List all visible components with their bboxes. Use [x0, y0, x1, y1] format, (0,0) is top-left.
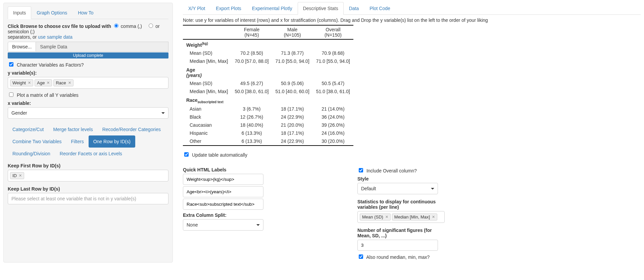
section-header: Racesubscripted text [183, 95, 353, 105]
stat-label: Black [183, 113, 231, 121]
subtab-combine[interactable]: Combine Two Variables [8, 135, 66, 148]
radio-comma-label: comma (,) [121, 24, 142, 29]
chk-update-auto[interactable] [184, 152, 189, 157]
style-select[interactable]: Default [357, 183, 438, 194]
keeplast-label: Keep Last Row by ID(s) [8, 186, 168, 192]
chk-char-factors-label: Character Variables as Factors? [17, 62, 84, 68]
quick-label-0[interactable] [183, 174, 263, 185]
chk-round-median-label: Also round median, min, max? [366, 254, 430, 260]
xvar-label: x variable: [8, 101, 168, 106]
stat-label: Hispanic [183, 129, 231, 137]
sidebar-tabs: Inputs Graph Options How To [8, 6, 168, 19]
keeplast-input[interactable]: Please select at least one variable that… [8, 193, 168, 204]
tab-howto[interactable]: How To [72, 6, 99, 19]
stat-female: 6 (13.3%) [231, 137, 272, 146]
token-race[interactable]: Race✕ [53, 79, 73, 86]
stat-overall: 39 (26.0%) [313, 121, 353, 129]
style-label: Style [357, 176, 445, 182]
stat-label: Other [183, 137, 231, 146]
stat-overall: 24 (16.0%) [313, 129, 353, 137]
quick-label-1[interactable] [183, 186, 263, 197]
stat-male: 21 (20.0%) [272, 121, 313, 129]
xvar-select[interactable]: Gender [8, 107, 168, 119]
tab-graph-options[interactable]: Graph Options [31, 6, 72, 19]
tab-export[interactable]: Export Plots [210, 2, 246, 15]
main-panel: X/Y Plot Export Plots Experimental Plotl… [173, 0, 644, 263]
token-id[interactable]: ID✕ [10, 172, 24, 179]
stat-male: 18 (17.1%) [272, 129, 313, 137]
subtab-filters[interactable]: Filters [66, 135, 89, 148]
chk-plot-matrix[interactable] [9, 92, 13, 97]
subtab-categorize[interactable]: Categorize/Cut [8, 123, 48, 135]
browse-button[interactable]: Browse... [8, 42, 36, 52]
stat-male: 51.0 [40.0, 60.0] [272, 87, 313, 95]
tab-data[interactable]: Data [344, 2, 364, 15]
close-icon[interactable]: ✕ [28, 81, 31, 85]
section-header: Age(years) [183, 65, 353, 79]
stat-label: Median [Min, Max] [183, 87, 231, 95]
stat-female: 6 (13.3%) [231, 129, 272, 137]
close-icon[interactable]: ✕ [385, 215, 388, 219]
stats-note: Note: use y for variables of interest (r… [183, 17, 641, 23]
options-col: Include Overall column? Style Default St… [357, 164, 445, 263]
close-icon[interactable]: ✕ [47, 81, 50, 85]
stat-label: Asian [183, 105, 231, 113]
stat-overall: 51.0 [38.0, 61.0] [313, 87, 353, 95]
stats-tokens-input[interactable]: Mean (SD)✕ Median [Min, Max]✕ [357, 211, 445, 223]
radio-semicolon[interactable] [149, 24, 153, 28]
stat-male: 24 (22.9%) [272, 113, 313, 121]
close-icon[interactable]: ✕ [432, 215, 435, 219]
col-female: Female(N=45) [231, 25, 272, 39]
file-name-display: Sample Data [36, 42, 168, 52]
subtab-recode[interactable]: Recode/Reorder Categories [98, 123, 165, 135]
stat-male: 18 (17.1%) [272, 105, 313, 113]
chk-round-median[interactable] [359, 254, 363, 259]
instruction-separators: separators, or [8, 34, 38, 40]
close-icon[interactable]: ✕ [68, 81, 71, 85]
upload-progress: Upload complete [8, 52, 168, 58]
token-median[interactable]: Median [Min, Max]✕ [392, 213, 437, 221]
tab-xyplot[interactable]: X/Y Plot [183, 2, 210, 15]
xvar-value: Gender [11, 110, 27, 116]
tab-code[interactable]: Plot Code [364, 2, 395, 15]
chk-include-overall[interactable] [359, 168, 363, 172]
caret-down-icon [161, 112, 165, 114]
style-value: Default [361, 186, 376, 191]
keepfirst-input[interactable]: ID✕ [8, 170, 168, 182]
tab-inputs[interactable]: Inputs [8, 6, 31, 19]
token-weight[interactable]: Weight✕ [10, 79, 33, 86]
subtab-onerow[interactable]: One Row by ID(s) [89, 135, 135, 148]
use-sample-data-link[interactable]: use sample data [38, 34, 72, 40]
quick-label-2[interactable] [183, 199, 263, 210]
stats-display-label: Statistics to display for continuous var… [357, 199, 445, 210]
caret-down-icon [256, 224, 260, 226]
extra-split-label: Extra Column Split: [183, 212, 263, 218]
main-tabs: X/Y Plot Export Plots Experimental Plotl… [183, 2, 641, 15]
subtab-rounding[interactable]: Rounding/Division [8, 148, 55, 160]
tab-stats[interactable]: Descriptive Stats [298, 2, 344, 15]
close-icon[interactable]: ✕ [19, 173, 22, 178]
upload-instruction: Click Browse to choose csv file to uploa… [8, 23, 168, 40]
stat-overall: 50.5 (5.47) [313, 79, 353, 87]
stat-female: 70.2 (8.50) [231, 49, 272, 57]
subtab-reorder[interactable]: Reorder Facets or axis Levels [55, 148, 127, 160]
token-age[interactable]: Age✕ [35, 79, 52, 86]
extra-split-value: None [187, 222, 198, 228]
section-header: Weight(kg) [183, 39, 353, 49]
token-mean-sd[interactable]: Mean (SD)✕ [360, 213, 391, 221]
tab-plotly[interactable]: Experimental Plotly [247, 2, 298, 15]
yvars-label: y variable(s): [8, 70, 168, 76]
stat-overall: 71.0 [55.0, 94.0] [313, 57, 353, 65]
chk-plot-matrix-label: Plot a matrix of all Y variables [17, 92, 79, 98]
stat-label: Caucasian [183, 121, 231, 129]
sigfig-input[interactable] [357, 240, 438, 251]
extra-split-select[interactable]: None [183, 219, 263, 231]
subtab-merge[interactable]: Merge factor levels [48, 123, 97, 135]
chk-char-factors[interactable] [9, 62, 13, 67]
col-male: Male(N=105) [272, 25, 313, 39]
yvars-input[interactable]: Weight✕ Age✕ Race✕ [8, 77, 168, 89]
keeplast-placeholder: Please select at least one variable that… [10, 196, 136, 201]
stat-female: 70.0 [57.0, 88.0] [231, 57, 272, 65]
radio-comma[interactable] [114, 24, 118, 28]
stat-female: 3 (6.7%) [231, 105, 272, 113]
